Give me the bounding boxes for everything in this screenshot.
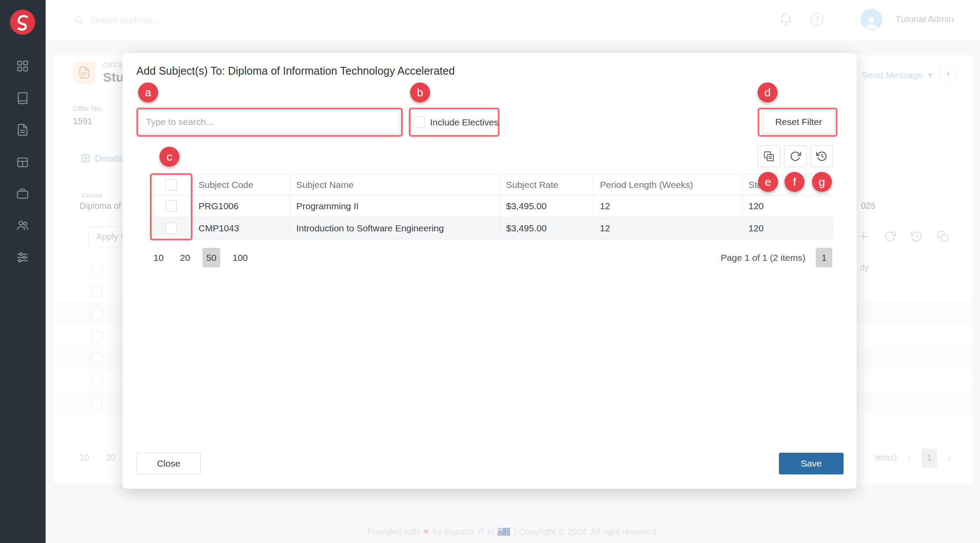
row-checkbox[interactable] [166,223,177,234]
page-size-100[interactable]: 100 [229,248,252,267]
include-electives-checkbox[interactable] [413,116,425,128]
subjects-table: Subject Code Subject Name Subject Rate P… [150,174,834,240]
reset-filter-button[interactable]: Reset Filter [762,110,835,134]
table-header-row: Subject Code Subject Name Subject Rate P… [150,174,834,195]
cell-subject-code: PRG1006 [192,195,290,217]
cell-study-hours: 120 [742,195,834,217]
page-info: Page 1 of 1 (2 items) [721,253,805,263]
table-row[interactable]: CMP1043 Introduction to Software Enginee… [150,217,834,240]
app-logo-icon[interactable] [10,10,35,35]
col-subject-rate[interactable]: Subject Rate [500,174,594,195]
sidebar-item-dashboard[interactable] [16,59,29,72]
cell-period-length: 12 [594,217,742,239]
col-subject-name[interactable]: Subject Name [290,174,500,195]
include-electives-option[interactable]: Include Electives [413,116,499,128]
page-size-20[interactable]: 20 [176,248,194,267]
page-size-50-selected[interactable]: 50 [202,248,220,267]
col-study-hours[interactable]: Stu [742,174,834,195]
revert-button[interactable] [811,145,833,167]
col-subject-code[interactable]: Subject Code [192,174,290,195]
add-subjects-modal: Add Subject(s) To: Diploma of Informatio… [122,53,857,489]
subject-search-input[interactable] [139,110,400,134]
sidebar-item-users[interactable] [16,219,29,232]
sidebar-item-offers[interactable] [16,123,29,136]
cell-period-length: 12 [594,195,742,217]
table-row[interactable]: PRG1006 Programming II $3,495.00 12 120 [150,195,834,217]
sidebar-item-jobs[interactable] [16,187,29,200]
cell-subject-rate: $3,495.00 [500,217,594,239]
cell-subject-name: Programming II [290,195,500,217]
save-button[interactable]: Save [779,453,844,474]
column-chooser-icon [763,151,775,162]
cell-subject-name: Introduction to Software Engineering [290,217,500,239]
close-button[interactable]: Close [136,453,201,474]
cell-subject-rate: $3,495.00 [500,195,594,217]
select-all-checkbox[interactable] [166,179,177,191]
sidebar-item-students[interactable] [16,92,29,105]
sidebar-item-settings[interactable] [16,251,29,264]
column-chooser-button[interactable] [758,145,780,167]
refresh-icon [790,151,801,162]
modal-title: Add Subject(s) To: Diploma of Informatio… [136,65,455,77]
revert-history-icon [816,151,828,162]
row-checkbox[interactable] [166,201,177,212]
sidebar [0,0,46,543]
page-number-button[interactable]: 1 [816,248,832,267]
include-electives-label: Include Electives [430,117,499,128]
sidebar-item-reports[interactable] [16,156,29,169]
cell-subject-code: CMP1043 [192,217,290,239]
refresh-button[interactable] [784,145,807,167]
page-size-10[interactable]: 10 [150,248,167,267]
col-period-length[interactable]: Period Length (Weeks) [594,174,742,195]
cell-study-hours: 120 [742,217,834,239]
